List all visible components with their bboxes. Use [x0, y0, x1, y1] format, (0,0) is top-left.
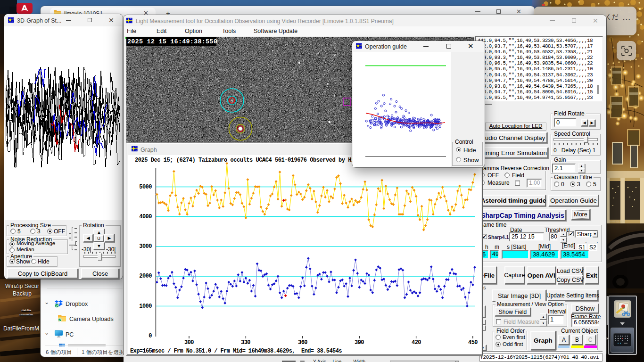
svg-text:ART-ELIER: ART-ELIER	[610, 220, 625, 223]
